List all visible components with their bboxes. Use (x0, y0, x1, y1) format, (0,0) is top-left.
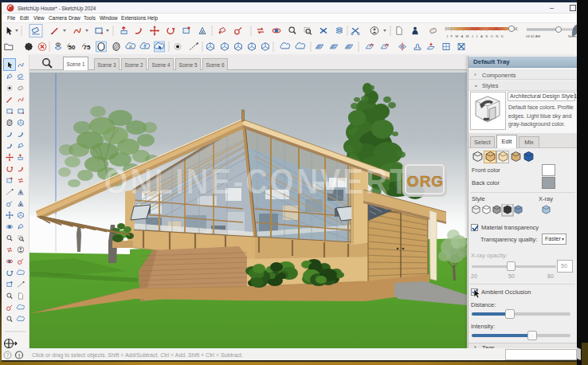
svg-text:ONLINE-CONVERT: ONLINE-CONVERT (104, 162, 411, 201)
svg-text:JFMAMJJASOND: JFMAMJJASOND (446, 34, 506, 38)
svg-text:A: A (20, 190, 22, 194)
svg-text:?: ? (6, 352, 10, 358)
svg-text:!: ! (18, 352, 20, 359)
svg-text:ORG: ORG (407, 173, 444, 190)
svg-text:A: A (20, 202, 22, 206)
svg-text:06:42 AM: 06:42 AM (526, 34, 541, 38)
svg-text:A: A (201, 29, 204, 34)
svg-text:75: 75 (84, 44, 91, 51)
svg-text:50: 50 (69, 44, 76, 51)
